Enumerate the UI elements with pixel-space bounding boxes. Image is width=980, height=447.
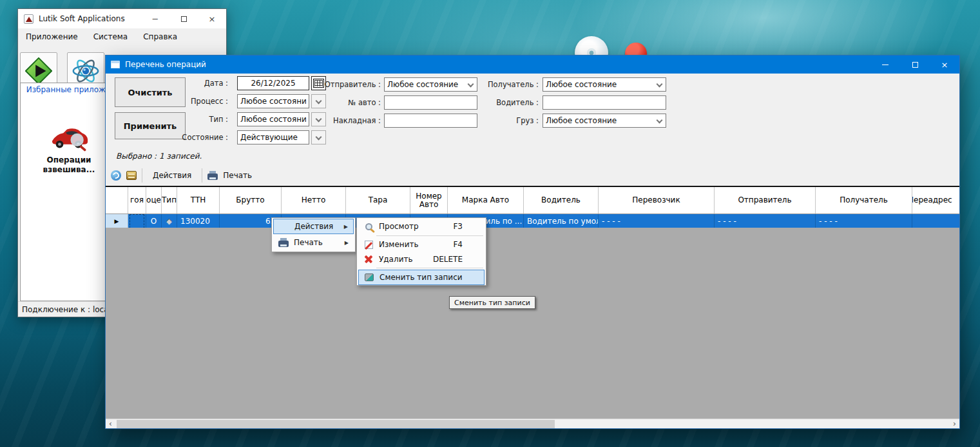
- waybill-label: Накладная :: [323, 114, 381, 128]
- menu-spravka[interactable]: Справка: [135, 29, 185, 45]
- refresh-icon[interactable]: [111, 170, 121, 181]
- maximize-button[interactable]: [900, 55, 930, 74]
- focus-rectangle: [130, 214, 144, 228]
- menu-separator: [376, 268, 483, 268]
- cell-process[interactable]: О: [146, 214, 162, 228]
- menu-separator: [376, 235, 483, 236]
- receiver-combo[interactable]: Любое состояние: [543, 77, 666, 92]
- minimize-button[interactable]: −: [141, 9, 169, 28]
- context-menu-actions[interactable]: Действия ▶: [273, 219, 354, 234]
- shortcut-label: DELETE: [433, 255, 463, 264]
- state-label: Состояние :: [170, 130, 228, 144]
- atom-icon: [71, 56, 101, 86]
- cell-state[interactable]: [128, 214, 146, 228]
- menu-sistema[interactable]: Система: [86, 29, 136, 45]
- driver-input[interactable]: [543, 95, 666, 110]
- print-menu-button[interactable]: Печать: [218, 168, 257, 183]
- date-input[interactable]: 26/12/2025: [237, 76, 309, 90]
- chevron-down-icon: [657, 81, 663, 87]
- menu-prilozhenie[interactable]: Приложение: [18, 29, 86, 45]
- tooltip: Сменить тип записи: [449, 296, 535, 309]
- scroll-right-arrow[interactable]: ›: [950, 419, 959, 429]
- col-header-ttn[interactable]: ТТН: [177, 187, 220, 214]
- shortcut-label: F3: [453, 222, 463, 231]
- archive-icon[interactable]: [126, 171, 137, 180]
- cell-ttn[interactable]: 130020: [177, 214, 220, 228]
- maximize-button[interactable]: [169, 9, 198, 28]
- maximize-icon: [181, 16, 187, 22]
- col-header-sender[interactable]: Отправитель: [715, 187, 816, 214]
- state-dropdown-button[interactable]: [311, 130, 326, 144]
- waybill-input[interactable]: [384, 114, 477, 128]
- horizontal-scrollbar[interactable]: ‹ ›: [106, 419, 959, 428]
- col-header-type[interactable]: Тип: [162, 187, 177, 214]
- selection-info: Выбрано : 1 записей.: [116, 152, 202, 161]
- auto-number-label: № авто :: [323, 95, 381, 110]
- type-label: Тип :: [170, 112, 228, 126]
- auto-number-input[interactable]: [384, 95, 477, 110]
- cell-driver[interactable]: Водитель по умолч...: [524, 214, 599, 228]
- chevron-down-icon: [316, 97, 322, 104]
- driver-label: Водитель :: [481, 95, 539, 110]
- sender-combo[interactable]: Любое состояние: [384, 77, 477, 92]
- cell-type[interactable]: ◆: [162, 214, 177, 228]
- col-header-tara[interactable]: Тара: [346, 187, 410, 214]
- favorite-app-label[interactable]: Операции взвешива...: [27, 155, 111, 175]
- actions-submenu: Просмотр F3 Изменить F4 Удалить DELETE С…: [356, 217, 486, 286]
- sender-label: Отправитель :: [323, 77, 381, 92]
- cargo-label: Груз :: [481, 114, 539, 128]
- main-window-title: Lutik Soft Applications: [39, 14, 125, 23]
- col-header-forwarding[interactable]: Переадрес: [912, 187, 959, 214]
- submenu-arrow-icon: ▶: [345, 240, 349, 246]
- desktop-background: Lutik Soft Applications − × Приложение С…: [0, 0, 980, 447]
- table-row[interactable]: ▶ О ◆ 130020 6.6 2.6 4.0 А 000 Автомобил…: [106, 214, 959, 228]
- col-header-process[interactable]: оце: [146, 187, 162, 214]
- actions-menu-button[interactable]: Действия: [148, 168, 197, 183]
- green-play-icon: [24, 56, 53, 86]
- grid-toolbar: Действия Печать: [106, 165, 959, 186]
- cell-carrier[interactable]: - - - -: [599, 214, 715, 228]
- col-header-brutto[interactable]: Брутто: [220, 187, 282, 214]
- chevron-down-icon: [316, 115, 322, 122]
- col-header-driver[interactable]: Водитель: [524, 187, 599, 214]
- submenu-delete[interactable]: Удалить DELETE: [358, 252, 485, 266]
- submenu-edit[interactable]: Изменить F4: [358, 237, 485, 252]
- delete-x-icon: [361, 255, 376, 264]
- maximize-icon: [912, 62, 918, 68]
- state-combo[interactable]: Действующие: [237, 130, 309, 144]
- toolbar-separator: [142, 168, 142, 183]
- process-combo[interactable]: Любое состояни: [237, 94, 309, 108]
- edit-icon: [361, 241, 376, 249]
- minimize-icon: [882, 65, 889, 65]
- type-combo[interactable]: Любое состояни: [237, 112, 309, 126]
- col-header-state[interactable]: гоя: [128, 187, 146, 214]
- cell-sender[interactable]: - - - -: [715, 214, 816, 228]
- col-header-auto-brand[interactable]: Марка Авто: [448, 187, 524, 214]
- scrollbar-thumb[interactable]: [117, 420, 555, 428]
- printer-icon: [276, 239, 291, 247]
- toolbar-separator: [202, 168, 202, 183]
- minimize-button[interactable]: [870, 55, 900, 74]
- cell-receiver[interactable]: - - - -: [816, 214, 912, 228]
- operations-title: Перечень операций: [125, 60, 206, 69]
- submenu-view[interactable]: Просмотр F3: [358, 219, 485, 234]
- col-header-receiver[interactable]: Получатель: [816, 187, 912, 214]
- close-button[interactable]: ×: [198, 9, 226, 28]
- grid-corner-cell[interactable]: [106, 187, 128, 214]
- submenu-change-record-type[interactable]: Сменить тип записи: [358, 270, 485, 285]
- col-header-carrier[interactable]: Перевозчик: [599, 187, 715, 214]
- context-menu-print[interactable]: Печать ▶: [273, 235, 354, 250]
- chevron-down-icon: [657, 117, 663, 123]
- scroll-left-arrow[interactable]: ‹: [106, 419, 115, 429]
- date-label: Дата :: [170, 76, 228, 90]
- operations-window: Перечень операций × Очистить Применить Д…: [105, 55, 960, 429]
- process-label: Процесс :: [170, 94, 228, 108]
- col-header-netto[interactable]: Нетто: [282, 187, 346, 214]
- weighing-app-icon[interactable]: [50, 123, 90, 155]
- col-header-auto-number[interactable]: Номер Авто: [410, 187, 448, 214]
- context-menu: Действия ▶ Печать ▶: [271, 217, 356, 252]
- submenu-arrow-icon: ▶: [344, 224, 348, 230]
- close-button[interactable]: ×: [930, 55, 959, 74]
- cell-forwarding[interactable]: [912, 214, 959, 228]
- cargo-combo[interactable]: Любое состояние: [543, 114, 666, 128]
